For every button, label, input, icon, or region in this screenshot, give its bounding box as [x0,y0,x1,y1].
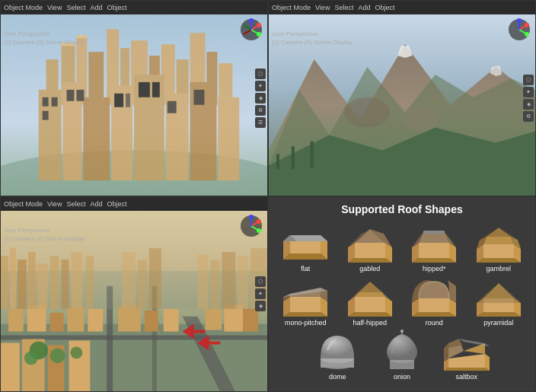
roof-item-flat: flat [275,221,337,272]
svg-marker-193 [459,339,490,346]
svg-marker-191 [444,343,448,362]
roof-label-dome: dome [329,373,346,381]
viewport-city-buildings[interactable]: Object Mode View Select Add Object ⬡ [0,0,268,196]
svg-rect-137 [423,231,445,234]
sidebar-icon-3[interactable]: ◈ [255,93,266,104]
city2-scene: User Perspective(1) Camera (0) Gizmo Dis… [1,211,267,392]
svg-rect-40 [126,94,130,107]
roof-item-mono-pitched: mono-pitched [275,276,337,327]
svg-point-62 [401,109,439,132]
svg-point-6 [257,23,261,27]
viewport-city-overview[interactable]: Object Mode View Select Add Object ⬡ ✦ ◈ [0,196,268,393]
sidebar-icons-tl: ⬡ ✦ ◈ ⚙ ☰ [255,69,266,128]
svg-rect-100 [18,260,27,309]
svg-point-184 [400,330,404,333]
svg-rect-112 [222,252,235,309]
viewport-mountain-terrain[interactable]: Object Mode View Select Add Object ⬡ ✦ ◈… [268,0,536,196]
svg-marker-185 [448,354,485,368]
roof-shape-half-hipped-svg [344,276,396,317]
sidebar-icons-bl: ⬡ ✦ ◈ [255,276,266,311]
roof-label-gabled: gabled [359,265,380,272]
roof-label-onion: onion [394,373,410,381]
svg-rect-60 [311,141,314,167]
svg-rect-98 [1,256,8,309]
sidebar-icon-bl-1[interactable]: ⬡ [255,276,266,287]
roof-item-gabled: gabled [340,221,401,272]
roof-label-half-hipped: half-hipped [353,319,387,327]
main-grid: Object Mode View Select Add Object ⬡ [0,0,536,392]
svg-marker-171 [477,312,521,317]
roof-label-flat: flat [301,265,310,272]
sidebar-icon-1[interactable]: ⬡ [255,69,266,79]
svg-rect-35 [52,97,58,107]
svg-rect-103 [50,256,59,309]
nav-widget-bl [239,214,263,241]
svg-rect-81 [68,307,85,331]
svg-marker-118 [283,253,327,260]
sidebar-icon-bl-2[interactable]: ✦ [255,288,266,299]
viewport-header-bl: Object Mode View Select Add Object [1,197,267,211]
roof-label-hipped: hipped* [423,265,446,272]
mode-label-bl: Object Mode [4,200,43,208]
roof-shape-hipped-svg [408,221,460,263]
roof-label-round: round [426,319,443,327]
roof-label-saltbox: saltbox [456,373,478,381]
sidebar-icon-4[interactable]: ⚙ [255,105,266,116]
svg-rect-111 [210,260,219,309]
sidebar-icon-tr-1[interactable]: ⬡ [523,75,534,85]
svg-rect-34 [43,97,49,107]
svg-rect-109 [149,248,161,309]
svg-marker-156 [355,297,385,312]
viewport-info-bl: User Perspective(1) Camera (0) Gizmo Dis… [4,226,85,243]
svg-rect-87 [224,304,243,331]
roof-grid-row3: dome [307,330,498,381]
svg-point-94 [50,348,65,363]
sidebar-icon-2[interactable]: ✦ [255,81,266,91]
roof-item-saltbox: saltbox [436,330,497,381]
svg-rect-85 [164,308,179,331]
roof-grid-row2: mono-pitched [275,276,529,327]
roof-shapes-title: Supported Roof Shapes [341,203,462,215]
roof-label-pyramidal: pyramidal [483,319,513,327]
svg-rect-79 [27,304,46,331]
svg-marker-138 [483,244,514,258]
svg-marker-162 [355,292,385,297]
sidebar-icon-tr-3[interactable]: ◈ [523,99,534,110]
svg-marker-142 [483,237,514,244]
sidebar-icon-5[interactable]: ☰ [255,117,266,128]
svg-rect-43 [168,101,177,113]
svg-rect-58 [276,154,279,169]
svg-rect-28 [83,97,110,180]
svg-marker-121 [355,243,385,258]
roof-item-onion: onion [372,330,433,381]
svg-rect-15 [88,52,104,105]
sidebar-icon-tr-2[interactable]: ✦ [523,87,534,97]
sidebar-icon-tr-4[interactable]: ⚙ [523,111,534,122]
svg-point-96 [24,351,38,365]
svg-marker-163 [358,282,382,292]
roof-label-gambrel: gambrel [486,265,511,272]
roof-item-hipped: hipped* [404,221,465,272]
nav-widget-tr [507,18,531,45]
terrain-scene: User Perspective(1) Camera (0) Gizmo Dis… [269,14,535,196]
svg-marker-140 [477,258,521,263]
svg-marker-165 [419,298,449,312]
svg-rect-38 [76,90,84,101]
svg-rect-101 [28,252,36,309]
svg-rect-105 [71,252,82,309]
svg-rect-41 [139,82,150,97]
svg-rect-83 [118,304,141,331]
svg-rect-99 [10,248,16,309]
roof-shape-gambrel-svg [473,221,525,263]
sidebar-icon-bl-3[interactable]: ◈ [255,301,266,311]
roof-item-half-hipped: half-hipped [340,276,401,327]
svg-rect-107 [122,252,136,309]
svg-marker-133 [419,232,449,243]
roof-label-mono-pitched: mono-pitched [285,319,327,327]
svg-rect-106 [85,256,94,309]
viewport-info-tl: User Perspective(1) Camera (0) Gizmo Dis… [4,30,85,46]
svg-marker-129 [419,243,449,258]
roof-grid-row1: flat [275,221,529,272]
roof-shape-mono-svg [279,276,331,317]
svg-marker-176 [477,283,521,303]
